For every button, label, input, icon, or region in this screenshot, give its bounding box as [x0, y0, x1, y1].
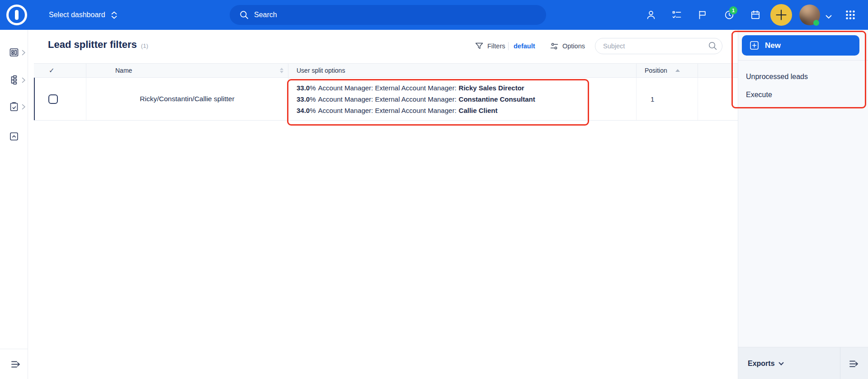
panel-bottom-bar: Exports [738, 347, 868, 379]
panel-menu: Unprocessed leads Execute [738, 68, 868, 104]
tasks-icon[interactable] [671, 9, 682, 20]
row-check-cell [34, 78, 86, 120]
split-user: Constantine Consultant [459, 94, 535, 104]
profile-icon[interactable] [646, 9, 656, 20]
split-option-line: 33.0% Account Manager: External Account … [297, 94, 535, 104]
sidebar-item-tasks[interactable] [0, 96, 28, 117]
select-all-header[interactable]: ✓ [34, 64, 86, 77]
column-user-split-label: User split options [297, 67, 345, 74]
table-row[interactable]: Ricky/Constantin/Callie splitter 33.0% A… [34, 78, 738, 121]
chevron-right-icon [22, 50, 26, 56]
funnel-icon [475, 42, 484, 51]
column-header-position[interactable]: Position [636, 64, 698, 77]
split-option-line: 33.0% Account Manager: External Account … [297, 83, 524, 93]
split-user: Ricky Sales Director [459, 83, 524, 93]
add-button[interactable] [770, 4, 792, 26]
dashboard-selector-label: Select dashboard [49, 11, 105, 19]
sidebar-item-structure[interactable] [0, 69, 28, 91]
dashboard-icon [9, 47, 19, 58]
split-percent: 34.0 [297, 106, 310, 115]
app: Select dashboard Search 1 [0, 0, 868, 379]
plus-square-icon [750, 41, 759, 50]
page-title: Lead splitter filters [48, 39, 137, 51]
sort-icon [280, 68, 283, 73]
row-name-cell: Ricky/Constantin/Callie splitter [86, 78, 288, 120]
menu-item-unprocessed-leads[interactable]: Unprocessed leads [738, 68, 868, 86]
expand-arrow-icon [10, 360, 23, 369]
percent-sign: % [310, 94, 316, 104]
sort-ascending-icon [675, 69, 680, 72]
search-placeholder: Search [254, 11, 277, 19]
chevron-right-icon [22, 77, 26, 83]
expand-vertical-icon [111, 11, 117, 19]
row-split-options-cell: 33.0% Account Manager: External Account … [288, 78, 636, 120]
row-actions-cell [698, 78, 738, 120]
tree-icon [9, 75, 19, 85]
chevron-down-icon [778, 360, 783, 365]
toolbar-divider [508, 42, 509, 50]
menu-item-execute[interactable]: Execute [738, 86, 868, 104]
sidebar-item-dashboards[interactable] [0, 42, 28, 63]
global-search[interactable]: Search [230, 5, 546, 25]
page-head: Lead splitter filters (1) [48, 39, 148, 51]
column-position-label: Position [645, 67, 667, 74]
clipboard-check-icon [9, 101, 19, 112]
sidebar-expand-toggle[interactable] [10, 360, 23, 370]
sliders-icon [550, 42, 559, 51]
select-all-check-icon: ✓ [49, 66, 55, 75]
plus-icon [775, 9, 787, 21]
exports-label: Exports [748, 360, 775, 368]
column-name-label: Name [115, 67, 132, 74]
column-header-name[interactable]: Name [86, 64, 288, 77]
filters-button[interactable]: Filters [475, 41, 505, 51]
split-label: Account Manager: External Account Manage… [318, 106, 457, 115]
app-logo-mark [15, 10, 19, 20]
new-button-label: New [765, 41, 781, 50]
calendar-icon[interactable] [750, 9, 761, 20]
lead-splitter-table: ✓ Name User split options Position [34, 63, 738, 121]
split-percent: 33.0 [297, 83, 310, 93]
subject-input[interactable] [595, 38, 722, 54]
table-header: ✓ Name User split options Position [34, 63, 738, 78]
split-label: Account Manager: External Account Manage… [318, 83, 457, 93]
sidebar-divider [0, 349, 28, 349]
history-icon[interactable]: 1 [724, 9, 735, 20]
app-logo[interactable] [6, 5, 27, 25]
column-header-user-split-options: User split options [288, 64, 636, 77]
split-percent: 33.0 [297, 94, 310, 104]
notifications-badge: 1 [729, 6, 737, 14]
search-icon [240, 10, 249, 19]
percent-sign: % [310, 83, 316, 93]
default-view-link[interactable]: default [514, 41, 535, 51]
expand-arrow-icon [849, 360, 861, 368]
right-panel: New Unprocessed leads Execute Exports [738, 30, 868, 379]
subject-search-icon[interactable] [708, 41, 718, 53]
box-chevron-up-icon [9, 131, 19, 142]
column-header-actions [698, 64, 738, 77]
online-status-dot [813, 20, 819, 26]
options-button[interactable]: Options [550, 41, 585, 51]
percent-sign: % [310, 106, 316, 115]
row-checkbox[interactable] [48, 94, 58, 104]
exports-button[interactable]: Exports [748, 347, 783, 379]
split-label: Account Manager: External Account Manage… [318, 94, 457, 104]
row-position-cell: 1 [636, 78, 698, 120]
split-user: Callie Client [459, 106, 498, 115]
panel-expand-toggle[interactable] [849, 360, 861, 370]
flag-icon[interactable] [697, 9, 708, 20]
filters-label: Filters [487, 42, 505, 50]
dashboard-selector[interactable]: Select dashboard [49, 0, 117, 30]
page-count: (1) [141, 42, 148, 49]
sidebar-item-collapse[interactable] [0, 126, 28, 147]
user-menu-chevron-icon[interactable] [826, 13, 832, 21]
bottom-bar-divider [840, 347, 840, 379]
panel-divider [738, 60, 868, 61]
split-option-line: 34.0% Account Manager: External Account … [297, 106, 497, 115]
subject-search [595, 38, 722, 54]
topbar: Select dashboard Search 1 [0, 0, 868, 30]
chevron-right-icon [22, 104, 26, 110]
main-content: Lead splitter filters (1) Filters defaul… [28, 30, 738, 379]
apps-grid-icon[interactable] [845, 9, 856, 22]
default-view-label: default [514, 42, 535, 50]
new-button[interactable]: New [742, 35, 859, 56]
